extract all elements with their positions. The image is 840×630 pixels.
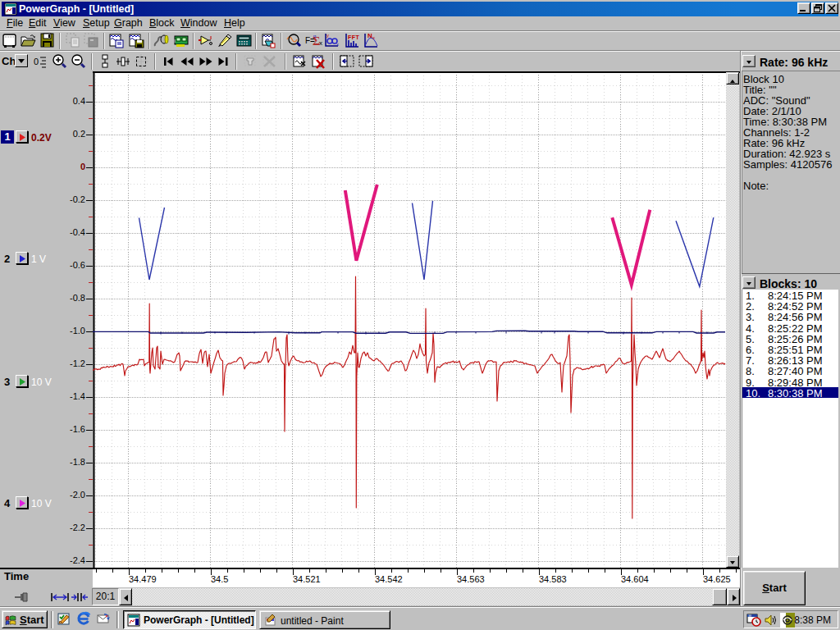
svg-text:FFT: FFT <box>348 34 360 40</box>
svg-text:x: x <box>336 42 339 47</box>
svg-text:x: x <box>319 39 322 47</box>
svg-text:x: x <box>372 35 375 40</box>
svg-text:0: 0 <box>34 57 39 66</box>
svg-text:38: 38 <box>748 614 751 618</box>
svg-text:n: n <box>313 34 316 39</box>
svg-text:y: y <box>326 33 329 38</box>
